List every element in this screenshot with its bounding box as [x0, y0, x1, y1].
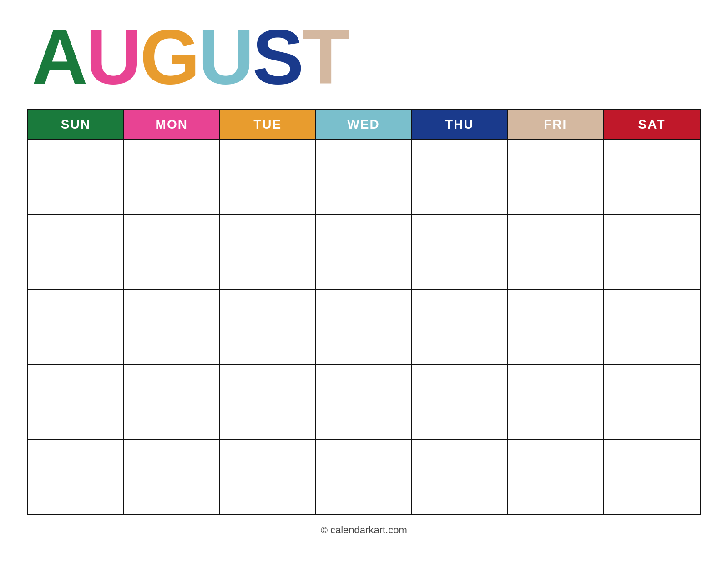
calendar-cell — [508, 214, 604, 289]
month-letter-u2: U — [198, 18, 253, 95]
footer-website: calendarkart.com — [330, 524, 407, 536]
day-header-sun: SUN — [28, 110, 124, 139]
calendar-cell — [604, 439, 700, 514]
calendar-cell — [28, 214, 124, 289]
month-letter-t: T — [302, 18, 348, 95]
calendar-cell — [28, 364, 124, 439]
calendar: SUN MON TUE WED THU FRI SAT — [27, 109, 701, 515]
calendar-cell — [412, 214, 508, 289]
calendar-cell — [412, 439, 508, 514]
day-header-tue: TUE — [220, 110, 316, 139]
calendar-cell — [220, 289, 316, 364]
calendar-header: SUN MON TUE WED THU FRI SAT — [28, 110, 700, 139]
calendar-cell — [412, 289, 508, 364]
calendar-cell — [220, 139, 316, 214]
calendar-cell — [604, 214, 700, 289]
day-header-mon: MON — [124, 110, 220, 139]
calendar-cell — [316, 139, 412, 214]
page-wrapper: A U G U S T SUN MON TUE WED THU FRI SAT — [27, 18, 701, 536]
calendar-cell — [124, 139, 220, 214]
month-letter-s: S — [253, 18, 302, 95]
day-header-fri: FRI — [508, 110, 604, 139]
calendar-cell — [220, 214, 316, 289]
calendar-cell — [316, 289, 412, 364]
calendar-cell — [316, 214, 412, 289]
calendar-cell — [28, 439, 124, 514]
calendar-cell — [604, 139, 700, 214]
calendar-cell — [508, 364, 604, 439]
month-letter-a: A — [32, 18, 86, 95]
footer: © calendarkart.com — [27, 524, 701, 536]
calendar-cell — [220, 439, 316, 514]
calendar-body — [28, 139, 700, 514]
footer-text: © calendarkart.com — [27, 524, 701, 536]
copyright-symbol: © — [321, 525, 328, 536]
calendar-cell — [316, 439, 412, 514]
calendar-cell — [508, 139, 604, 214]
day-header-sat: SAT — [604, 110, 700, 139]
month-letter-u: U — [86, 18, 140, 95]
calendar-cell — [412, 139, 508, 214]
month-letter-g: G — [140, 18, 198, 95]
month-title: A U G U S T — [32, 18, 348, 95]
calendar-cell — [316, 364, 412, 439]
day-header-thu: THU — [412, 110, 508, 139]
calendar-cell — [28, 139, 124, 214]
calendar-cell — [604, 289, 700, 364]
calendar-cell — [124, 289, 220, 364]
calendar-cell — [412, 364, 508, 439]
calendar-cell — [508, 289, 604, 364]
calendar-cell — [508, 439, 604, 514]
calendar-cell — [220, 364, 316, 439]
calendar-cell — [28, 289, 124, 364]
calendar-cell — [604, 364, 700, 439]
calendar-cell — [124, 214, 220, 289]
calendar-cell — [124, 364, 220, 439]
calendar-cell — [124, 439, 220, 514]
day-header-wed: WED — [316, 110, 412, 139]
